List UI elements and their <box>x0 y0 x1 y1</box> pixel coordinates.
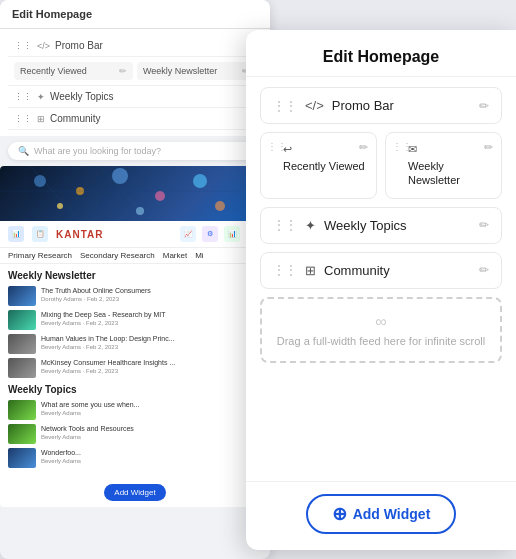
website-nav: 📊 📋 KANTAR 📈 ⚙ 📊 ⊞ <box>0 221 270 248</box>
bg-weekly-icon: ✦ <box>37 92 45 102</box>
article-title: Human Values in The Loop: Design Princ..… <box>41 334 175 343</box>
website-area: 📊 📋 KANTAR 📈 ⚙ 📊 ⊞ Primary Research Seco… <box>0 166 270 507</box>
list-item: Network Tools and Resources Beverly Adam… <box>8 424 262 444</box>
bg-search-placeholder: What are you looking for today? <box>34 146 161 156</box>
bg-item-community: ⋮⋮ ⊞ Community ✏ <box>8 108 262 130</box>
drag-handle-promo[interactable]: ⋮⋮ <box>273 99 297 113</box>
nav-settings-icon: ⚙ <box>202 226 218 242</box>
article-meta: Beverly Adams <box>41 434 134 440</box>
panel-items-list: ⋮⋮ </> Promo Bar ✏ ⋮⋮ ↩ Recently Viewed … <box>246 77 516 481</box>
drag-handle-community[interactable]: ⋮⋮ <box>273 263 297 277</box>
article-thumbnail <box>8 448 36 468</box>
drag-handle-newsletter[interactable]: ⋮⋮ <box>392 141 412 152</box>
nav-logo: KANTAR <box>56 229 103 240</box>
main-edit-panel: Edit Homepage ⋮⋮ </> Promo Bar ✏ ⋮⋮ ↩ Re… <box>246 30 516 550</box>
article-title: Wonderfoo... <box>41 448 81 457</box>
bg-community-icon: ⊞ <box>37 114 45 124</box>
article-meta: Beverly Adams <box>41 458 81 464</box>
panel-item-promo-left: ⋮⋮ </> Promo Bar <box>273 98 394 113</box>
article-thumbnail <box>8 286 36 306</box>
community-grid-icon: ⊞ <box>305 263 316 278</box>
bg-panel-header: Edit Homepage <box>0 0 270 29</box>
bg-promo-code-icon: </> <box>37 41 50 51</box>
weekly-topics-edit-icon[interactable]: ✏ <box>479 218 489 232</box>
article-thumbnail <box>8 358 36 378</box>
weekly-newsletter-edit-icon[interactable]: ✏ <box>484 141 493 154</box>
infinity-icon: ∞ <box>276 313 486 331</box>
article-thumbnail <box>8 400 36 420</box>
svg-point-5 <box>57 203 63 209</box>
panel-item-weekly-topics[interactable]: ⋮⋮ ✦ Weekly Topics ✏ <box>260 207 502 244</box>
panel-item-weekly-newsletter[interactable]: ⋮⋮ ✉ Weekly Newsletter ✏ <box>385 132 502 199</box>
bg-item-promo: ⋮⋮ </> Promo Bar ✏ <box>8 35 262 57</box>
add-widget-plus-icon: ⊕ <box>332 505 347 523</box>
article-thumbnail <box>8 424 36 444</box>
panel-item-community[interactable]: ⋮⋮ ⊞ Community ✏ <box>260 252 502 289</box>
bg-item-newsletter: Weekly Newsletter ✏ <box>137 62 256 80</box>
bg-recently-label: Recently Viewed <box>20 66 87 76</box>
drag-handle-recently[interactable]: ⋮⋮ <box>267 141 287 152</box>
add-widget-button[interactable]: ⊕ Add Widget <box>306 494 457 534</box>
article-meta: Dorothy Adams · Feb 2, 2023 <box>41 296 151 302</box>
section-newsletter-title: Weekly Newsletter <box>8 270 262 281</box>
drop-zone-text: Drag a full-width feed here for infinite… <box>276 335 486 347</box>
article-thumbnail <box>8 310 36 330</box>
bg-weekly-drag: ⋮⋮ <box>14 92 32 102</box>
svg-point-7 <box>215 201 225 211</box>
recently-viewed-label: Recently Viewed <box>283 159 366 173</box>
list-item: Mixing the Deep Sea - Research by MIT Be… <box>8 310 262 330</box>
list-item: The Truth About Online Consumers Dorothy… <box>8 286 262 306</box>
bg-promo-drag-icon: ⋮⋮ <box>14 41 32 51</box>
bg-newsletter-label: Weekly Newsletter <box>143 66 217 76</box>
nav-icon-2: 📋 <box>32 226 48 242</box>
promo-bar-label: Promo Bar <box>332 98 394 113</box>
bg-community-drag: ⋮⋮ <box>14 114 32 124</box>
background-panel: Edit Homepage ⋮⋮ </> Promo Bar ✏ Recentl… <box>0 0 270 559</box>
promo-bar-code-icon: </> <box>305 98 324 113</box>
article-title: Mixing the Deep Sea - Research by MIT <box>41 310 166 319</box>
nav-label-3: Market <box>163 251 187 260</box>
bg-search-icon: 🔍 <box>18 146 29 156</box>
panel-item-community-left: ⋮⋮ ⊞ Community <box>273 263 390 278</box>
panel-item-recently-viewed[interactable]: ⋮⋮ ↩ Recently Viewed ✏ <box>260 132 377 199</box>
article-meta: Beverly Adams · Feb 2, 2023 <box>41 368 175 374</box>
weekly-topics-icon: ✦ <box>305 218 316 233</box>
article-thumbnail <box>8 334 36 354</box>
weekly-topics-label: Weekly Topics <box>324 218 407 233</box>
article-title: What are some you use when... <box>41 400 139 409</box>
article-title: Network Tools and Resources <box>41 424 134 433</box>
nav-chart-icon: 📈 <box>180 226 196 242</box>
list-item: Human Values in The Loop: Design Princ..… <box>8 334 262 354</box>
community-label: Community <box>324 263 390 278</box>
website-content: Weekly Newsletter The Truth About Online… <box>0 264 270 478</box>
nav-icon-1: 📊 <box>8 226 24 242</box>
nav-label-4: Mi <box>195 251 203 260</box>
community-edit-icon[interactable]: ✏ <box>479 263 489 277</box>
list-item: What are some you use when... Beverly Ad… <box>8 400 262 420</box>
bg-promo-label: Promo Bar <box>55 40 103 51</box>
add-widget-label: Add Widget <box>353 506 431 522</box>
website-hero <box>0 166 270 221</box>
bg-item-row2: Recently Viewed ✏ Weekly Newsletter ✏ <box>8 57 262 86</box>
weekly-newsletter-icon: ✉ <box>408 143 491 156</box>
infinite-scroll-drop-zone[interactable]: ∞ Drag a full-width feed here for infini… <box>260 297 502 363</box>
article-meta: Beverly Adams <box>41 410 139 416</box>
add-widget-area: ⊕ Add Widget <box>246 481 516 550</box>
bg-recently-edit: ✏ <box>119 66 127 76</box>
svg-point-6 <box>136 207 144 215</box>
website-nav-labels: Primary Research Secondary Research Mark… <box>0 248 270 264</box>
panel-item-topics-left: ⋮⋮ ✦ Weekly Topics <box>273 218 407 233</box>
promo-bar-edit-icon[interactable]: ✏ <box>479 99 489 113</box>
nav-label-1: Primary Research <box>8 251 72 260</box>
list-item: Wonderfoo... Beverly Adams <box>8 448 262 468</box>
bg-item-weekly: ⋮⋮ ✦ Weekly Topics ✏ <box>8 86 262 108</box>
panel-item-promo-bar[interactable]: ⋮⋮ </> Promo Bar ✏ <box>260 87 502 124</box>
svg-point-3 <box>155 191 165 201</box>
bg-add-widget-button[interactable]: Add Widget <box>104 484 165 501</box>
drag-handle-topics[interactable]: ⋮⋮ <box>273 218 297 232</box>
list-item: McKinsey Consumer Healthcare Insights ..… <box>8 358 262 378</box>
main-panel-title: Edit Homepage <box>266 48 496 66</box>
bg-item-recently: Recently Viewed ✏ <box>14 62 133 80</box>
svg-point-4 <box>193 174 207 188</box>
recently-viewed-edit-icon[interactable]: ✏ <box>359 141 368 154</box>
